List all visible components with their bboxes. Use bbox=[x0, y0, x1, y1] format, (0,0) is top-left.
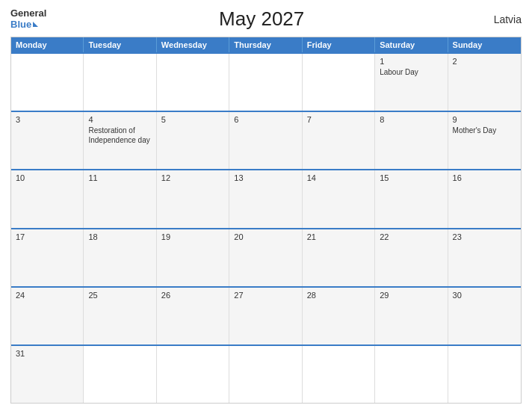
day-of-week-wednesday: Wednesday bbox=[157, 37, 229, 52]
calendar-header: MondayTuesdayWednesdayThursdayFridaySatu… bbox=[11, 37, 521, 52]
cal-cell: 9Mother's Day bbox=[448, 112, 521, 169]
day-number: 28 bbox=[307, 291, 370, 300]
logo-triangle-icon bbox=[33, 22, 38, 27]
calendar-row-2: 10111213141516 bbox=[11, 169, 521, 227]
day-of-week-saturday: Saturday bbox=[375, 37, 448, 52]
cal-cell bbox=[229, 346, 302, 403]
cal-cell bbox=[157, 346, 229, 403]
day-number: 9 bbox=[453, 115, 516, 124]
cal-cell: 6 bbox=[229, 112, 302, 169]
day-number: 4 bbox=[88, 115, 151, 124]
day-number: 23 bbox=[453, 232, 516, 241]
cal-cell bbox=[11, 54, 84, 111]
cal-cell bbox=[229, 54, 302, 111]
cal-cell: 17 bbox=[11, 229, 84, 286]
day-of-week-monday: Monday bbox=[11, 37, 84, 52]
day-number: 6 bbox=[234, 115, 297, 124]
cal-cell: 28 bbox=[303, 288, 375, 344]
day-of-week-tuesday: Tuesday bbox=[84, 37, 156, 52]
day-number: 8 bbox=[380, 115, 442, 124]
day-number: 27 bbox=[234, 291, 297, 300]
cal-cell: 20 bbox=[229, 229, 302, 286]
cal-cell: 22 bbox=[375, 229, 448, 286]
cal-cell bbox=[375, 346, 448, 403]
day-number: 25 bbox=[88, 291, 151, 300]
cal-cell: 14 bbox=[303, 170, 375, 227]
day-number: 20 bbox=[234, 232, 297, 241]
calendar-row-4: 24252627282930 bbox=[11, 286, 521, 344]
logo-blue-text: Blue bbox=[10, 19, 46, 30]
cal-cell: 13 bbox=[229, 170, 302, 227]
day-event: Labour Day bbox=[380, 67, 442, 77]
cal-cell: 26 bbox=[157, 288, 229, 344]
cal-cell: 12 bbox=[157, 170, 229, 227]
day-number: 26 bbox=[161, 291, 224, 300]
day-number: 24 bbox=[16, 291, 78, 300]
country-label: Latvia bbox=[477, 13, 522, 25]
day-of-week-thursday: Thursday bbox=[229, 37, 302, 52]
calendar-row-3: 17181920212223 bbox=[11, 228, 521, 286]
cal-cell bbox=[157, 54, 229, 111]
cal-cell: 3 bbox=[11, 112, 84, 169]
calendar-title: May 2027 bbox=[46, 7, 477, 31]
cal-cell: 21 bbox=[303, 229, 375, 286]
day-number: 13 bbox=[234, 173, 297, 182]
cal-cell: 29 bbox=[375, 288, 448, 344]
day-event: Restoration of Independence day bbox=[88, 126, 151, 145]
day-number: 14 bbox=[307, 173, 370, 182]
cal-cell: 8 bbox=[375, 112, 448, 169]
day-number: 21 bbox=[307, 232, 370, 241]
day-number: 18 bbox=[88, 232, 151, 241]
header: General Blue May 2027 Latvia bbox=[10, 7, 522, 31]
cal-cell: 30 bbox=[448, 288, 521, 344]
cal-cell: 24 bbox=[11, 288, 84, 344]
day-number: 3 bbox=[16, 115, 78, 124]
calendar-body: 1Labour Day234Restoration of Independenc… bbox=[11, 52, 521, 403]
cal-cell: 19 bbox=[157, 229, 229, 286]
day-number: 2 bbox=[453, 57, 516, 66]
day-number: 15 bbox=[380, 173, 442, 182]
cal-cell: 23 bbox=[448, 229, 521, 286]
cal-cell bbox=[448, 346, 521, 403]
day-number: 22 bbox=[380, 232, 442, 241]
cal-cell: 2 bbox=[448, 54, 521, 111]
cal-cell: 11 bbox=[84, 170, 156, 227]
day-number: 30 bbox=[453, 291, 516, 300]
cal-cell: 5 bbox=[157, 112, 229, 169]
cal-cell bbox=[303, 346, 375, 403]
cal-cell: 31 bbox=[11, 346, 84, 403]
cal-cell: 27 bbox=[229, 288, 302, 344]
day-number: 31 bbox=[16, 349, 78, 358]
day-number: 7 bbox=[307, 115, 370, 124]
day-number: 17 bbox=[16, 232, 78, 241]
cal-cell bbox=[84, 54, 156, 111]
cal-cell bbox=[84, 346, 156, 403]
cal-cell bbox=[303, 54, 375, 111]
day-number: 16 bbox=[453, 173, 516, 182]
cal-cell: 7 bbox=[303, 112, 375, 169]
day-number: 19 bbox=[161, 232, 224, 241]
cal-cell: 4Restoration of Independence day bbox=[84, 112, 156, 169]
calendar-row-1: 34Restoration of Independence day56789Mo… bbox=[11, 111, 521, 169]
day-number: 12 bbox=[161, 173, 224, 182]
day-number: 29 bbox=[380, 291, 442, 300]
day-event: Mother's Day bbox=[453, 126, 516, 135]
cal-cell: 15 bbox=[375, 170, 448, 227]
calendar-row-5: 31 bbox=[11, 344, 521, 403]
page: General Blue May 2027 Latvia MondayTuesd… bbox=[0, 0, 532, 411]
day-of-week-sunday: Sunday bbox=[448, 37, 521, 52]
cal-cell: 10 bbox=[11, 170, 84, 227]
logo-general-text: General bbox=[10, 8, 46, 19]
cal-cell: 25 bbox=[84, 288, 156, 344]
calendar-row-0: 1Labour Day2 bbox=[11, 52, 521, 111]
logo: General Blue bbox=[10, 8, 46, 30]
cal-cell: 16 bbox=[448, 170, 521, 227]
cal-cell: 18 bbox=[84, 229, 156, 286]
calendar: MondayTuesdayWednesdayThursdayFridaySatu… bbox=[10, 37, 522, 404]
day-number: 10 bbox=[16, 173, 78, 182]
day-number: 1 bbox=[380, 57, 442, 66]
day-number: 5 bbox=[161, 115, 224, 124]
cal-cell: 1Labour Day bbox=[375, 54, 448, 111]
day-number: 11 bbox=[88, 173, 151, 182]
day-of-week-friday: Friday bbox=[303, 37, 375, 52]
